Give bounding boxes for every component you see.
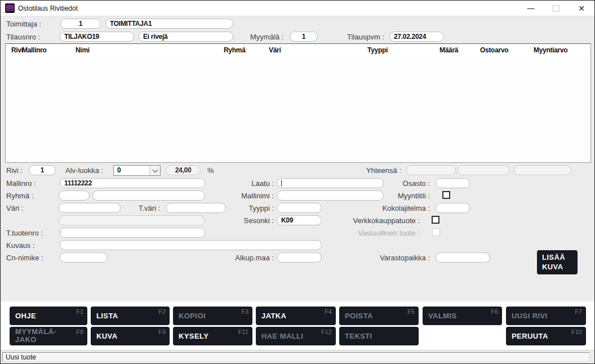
close-icon: ✕ <box>578 4 585 13</box>
kuvaus-field[interactable] <box>60 240 322 250</box>
kysely-button[interactable]: KYSELYF11 <box>173 327 252 345</box>
sesonki-field[interactable]: K09 <box>277 215 322 225</box>
verkkokauppatuote-checkbox[interactable] <box>432 216 439 224</box>
col-rivi: Rivi <box>11 46 23 54</box>
alv-luokka-combobox[interactable]: 0 <box>113 165 161 176</box>
alv-percent-field: 24,00 <box>166 165 201 175</box>
toimittaja-name-field[interactable]: TOIMITTAJA1 <box>105 19 233 29</box>
lisaa-kuva-button[interactable]: LISÄÄ KUVA <box>537 250 578 274</box>
tilausnro-field[interactable]: TILJAKO19 <box>60 32 134 42</box>
lista-button[interactable]: LISTAF2 <box>91 307 170 325</box>
col-nimi: Nimi <box>76 46 90 54</box>
tilauspvm-field[interactable]: 27.02.2024 <box>389 32 444 42</box>
lisaa-kuva-label: LISÄÄ KUVA <box>542 253 578 272</box>
text-caret <box>281 180 282 187</box>
ryhma-name-field[interactable] <box>92 190 205 201</box>
yhteensa-field-1 <box>406 165 456 175</box>
osasto-label: Osasto : <box>403 179 430 188</box>
kuvaus-label: Kuvaus : <box>6 241 35 250</box>
osasto-field[interactable] <box>436 178 470 188</box>
tilauspvm-label: Tilauspvm : <box>347 33 384 41</box>
kokolajitelma-label: Kokolajitelma : <box>382 204 430 212</box>
hae-malli-button[interactable]: HAE MALLIF12 <box>256 327 336 345</box>
laatu-label: Laatu : <box>251 179 274 188</box>
myymala-field[interactable]: 1 <box>290 32 318 42</box>
teksti-button[interactable]: TEKSTI <box>339 327 419 345</box>
alkup-maa-label: Alkup.maa : <box>235 254 274 262</box>
ttuotenro-label: T.tuotenro : <box>6 229 43 237</box>
mallinimi-label: Mallinimi : <box>241 192 274 200</box>
tyyppi-field[interactable] <box>277 203 322 213</box>
vari-field[interactable] <box>59 203 121 213</box>
ryhma-label: Ryhmä : <box>6 192 33 200</box>
alkup-maa-field[interactable] <box>277 252 322 263</box>
peruuta-button[interactable]: PERUUTAF10 <box>506 327 586 345</box>
rivi-field[interactable]: 1 <box>29 165 56 175</box>
yhteensa-field-3 <box>514 165 571 175</box>
myyntitili-label: Myyntitili : <box>398 192 430 200</box>
poista-button[interactable]: POISTAF5 <box>339 307 419 325</box>
function-button-panel: OHJEF1 LISTAF2 KOPIOIF3 JATKAF4 POISTAF5… <box>1 301 594 350</box>
vari-label: Väri : <box>6 204 23 212</box>
percent-sign-label: % <box>207 166 214 175</box>
app-logo-icon <box>5 3 15 13</box>
status-bar: Uusi tuote <box>1 350 594 364</box>
tilausnro-label: Tilausnro : <box>6 33 40 41</box>
kuva-button[interactable]: KUVAF9 <box>91 327 170 345</box>
col-maara: Määrä <box>439 46 458 54</box>
sesonki-label: Sesonki : <box>244 216 274 225</box>
varastopaikka-label: Varastopaikka : <box>380 254 430 262</box>
chevron-down-icon <box>153 167 158 173</box>
toimittaja-label: Toimittaja : <box>6 20 41 28</box>
combo-dropdown-button[interactable] <box>149 166 160 175</box>
vastuullinen-tuote-label: Vastuullinen tuote : <box>358 229 420 237</box>
tvari-field[interactable] <box>166 203 226 213</box>
ohje-button[interactable]: OHJEF1 <box>10 307 87 325</box>
mallinro-label: Mallinro : <box>6 179 36 188</box>
maximize-icon <box>553 5 560 12</box>
minimize-button[interactable]: — <box>518 1 544 16</box>
app-window: Ostotilaus Rivitiedot — ✕ Toimittaja : 1… <box>0 0 595 364</box>
grid-body[interactable] <box>6 56 590 162</box>
yhteensa-field-2 <box>458 165 509 175</box>
col-myyntiarvo: Myyntiarvo <box>534 46 567 54</box>
order-rows-grid: Rivi Mallinro Nimi Ryhmä Väri Tyyppi Mää… <box>5 43 591 163</box>
alv-selected-value: 0 <box>117 166 121 174</box>
window-title: Ostotilaus Rivitiedot <box>18 5 78 12</box>
vari-name-field <box>59 215 205 225</box>
jatka-button[interactable]: JATKAF4 <box>256 307 336 325</box>
ttuotenro-field[interactable] <box>60 228 205 238</box>
uusi-rivi-button[interactable]: UUSI RIVIF7 <box>506 307 586 325</box>
varastopaikka-field[interactable] <box>436 252 490 263</box>
maximize-button[interactable] <box>543 1 569 16</box>
minimize-icon: — <box>527 4 535 12</box>
col-ostoarvo: Ostoarvo <box>480 46 508 54</box>
tvari-label: T.väri : <box>139 204 160 212</box>
vastuullinen-tuote-checkbox <box>432 228 440 236</box>
close-button[interactable]: ✕ <box>569 1 594 16</box>
col-mallinro: Mallinro <box>22 46 47 54</box>
mallinimi-field[interactable] <box>277 190 384 201</box>
title-bar[interactable]: Ostotilaus Rivitiedot — ✕ <box>1 1 594 16</box>
col-tyyppi: Tyyppi <box>367 46 388 54</box>
tyyppi-label: Tyyppi : <box>248 204 274 212</box>
myymala-jako-button[interactable]: MYYMÄLÄ-JAKOF8 <box>10 327 87 345</box>
myyntitili-checkbox[interactable] <box>442 191 450 199</box>
mallinro-field[interactable]: 11112222 <box>60 178 205 188</box>
col-ryhma: Ryhmä <box>224 46 246 54</box>
toimittaja-code-field[interactable]: 1 <box>60 19 101 29</box>
grid-header-row: Rivi Mallinro Nimi Ryhmä Väri Tyyppi Mää… <box>6 44 590 56</box>
ryhma-code-field[interactable] <box>59 190 90 201</box>
alv-luokka-label: Alv-luokka : <box>65 166 103 175</box>
valmis-button[interactable]: VALMISF6 <box>423 307 502 325</box>
status-message: Uusi tuote <box>2 352 590 362</box>
col-vari: Väri <box>269 46 281 54</box>
kokolajitelma-field[interactable] <box>436 203 470 213</box>
myymala-label: Myymälä : <box>250 33 283 41</box>
cn-nimike-field[interactable] <box>60 252 108 263</box>
cn-nimike-label: Cn-nimike : <box>6 254 43 262</box>
order-rows-status-field: Ei rivejä <box>139 32 233 42</box>
rivi-label: Rivi : <box>6 166 23 175</box>
laatu-field[interactable] <box>277 178 384 188</box>
kopioi-button[interactable]: KOPIOIF3 <box>173 307 252 325</box>
